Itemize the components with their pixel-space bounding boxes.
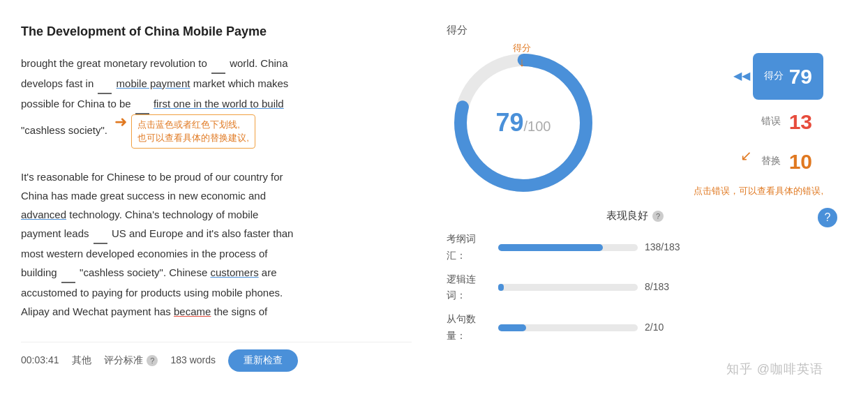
stats-section: 表现良好 ? 考纲词汇： 138/183 逻辑连词： 8/183 xyxy=(447,206,823,352)
highlighted-phrase-2[interactable]: first one in the world to build xyxy=(154,98,284,110)
article-body: brought the great monetary revolution to… xyxy=(21,54,412,321)
tooltip-arrow: ➜ xyxy=(114,114,127,130)
stat-vocab-label: 考纲词汇： xyxy=(447,231,491,264)
category: 其他 xyxy=(72,352,91,369)
donut-tooltip-label: 得分 xyxy=(513,40,531,56)
replace-card: 替换 10 ↙ xyxy=(761,144,823,179)
highlighted-phrase-1[interactable]: mobile payment xyxy=(117,77,190,89)
score-section: 得分 ↓ 79 /100 xyxy=(447,46,823,199)
error-hint: 点击错误，可以查看具体的错误, xyxy=(694,183,823,199)
stat-vocab-bar-fill xyxy=(498,244,603,251)
error-value: 13 xyxy=(789,104,812,139)
replace-arrow-icon: ↙ xyxy=(740,144,752,167)
stat-logic-label: 逻辑连词： xyxy=(447,271,491,305)
score-highlight-label: 得分 xyxy=(764,68,784,84)
stat-vocab-bar-bg xyxy=(498,244,638,251)
donut-score-value: 79 xyxy=(496,101,524,144)
article-title: The Development of China Mobile Payme xyxy=(21,21,412,43)
stat-row-logic: 逻辑连词： 8/183 xyxy=(447,271,823,305)
stat-logic-bar-fill xyxy=(498,284,504,291)
stat-clauses-bar-bg xyxy=(498,324,638,331)
performance-question-icon[interactable]: ? xyxy=(652,211,664,222)
blank-5 xyxy=(61,263,75,283)
stat-row-clauses: 从句数量： 2/10 xyxy=(447,311,823,345)
performance-title: 表现良好 ? xyxy=(447,206,823,225)
stat-clauses-count: 2/10 xyxy=(645,319,687,336)
blank-4 xyxy=(93,224,107,244)
score-label: 得分 xyxy=(447,21,467,39)
right-panel: 得分 得分 ↓ xyxy=(433,14,837,401)
word-count: 183 words xyxy=(170,352,216,369)
error-label: 错误 xyxy=(761,113,781,130)
stat-logic-bar-bg xyxy=(498,284,638,291)
donut-max-value: /100 xyxy=(524,114,551,138)
replace-label: 替换 xyxy=(761,153,781,169)
recheck-button[interactable]: 重新检查 xyxy=(228,349,298,372)
watermark: 知乎 @咖啡英语 xyxy=(726,359,823,380)
score-highlight-value: 79 xyxy=(789,59,812,94)
highlighted-phrase-4[interactable]: customers xyxy=(210,266,258,278)
blank-2 xyxy=(98,74,112,94)
help-circle-icon[interactable]: ? xyxy=(818,208,837,227)
left-panel: The Development of China Mobile Payme br… xyxy=(0,14,433,401)
error-card: 错误 13 xyxy=(761,104,823,139)
score-highlight-card: 得分 79 xyxy=(753,53,823,100)
stat-clauses-label: 从句数量： xyxy=(447,311,491,345)
stat-logic-count: 8/183 xyxy=(645,279,687,296)
rating-question-icon[interactable]: ? xyxy=(147,355,158,366)
donut-arrow-icon: ↓ xyxy=(519,56,525,68)
highlighted-error-1[interactable]: became xyxy=(174,305,211,317)
highlighted-phrase-3[interactable]: advanced xyxy=(21,209,66,220)
back-icon[interactable]: ◀◀ xyxy=(733,66,750,85)
main-container: The Development of China Mobile Payme br… xyxy=(0,0,868,415)
stat-vocab-count: 138/183 xyxy=(645,239,687,256)
page-wrapper: The Development of China Mobile Payme br… xyxy=(0,0,868,415)
blank-3 xyxy=(135,94,149,114)
replace-value: 10 xyxy=(789,144,812,179)
rating-standard[interactable]: 评分标准 ? xyxy=(104,352,158,369)
blank-1 xyxy=(211,54,225,74)
stat-clauses-bar-fill xyxy=(498,324,526,331)
tooltip-box: 点击蓝色或者红色下划线, 也可以查看具体的替换建议, xyxy=(131,114,255,149)
timer: 00:03:41 xyxy=(21,352,59,369)
stat-row-vocab: 考纲词汇： 138/183 xyxy=(447,231,823,264)
